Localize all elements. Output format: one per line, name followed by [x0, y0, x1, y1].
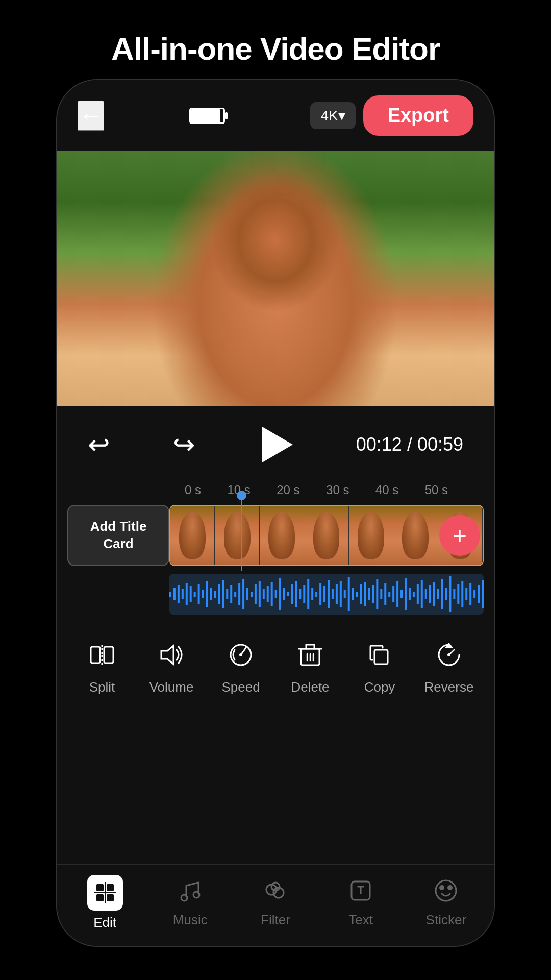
- svg-rect-22: [259, 581, 261, 607]
- tool-speed[interactable]: Speed: [215, 641, 266, 695]
- svg-rect-42: [340, 581, 342, 607]
- svg-rect-18: [242, 579, 244, 609]
- ruler-mark-0: 0 s: [185, 483, 201, 497]
- svg-rect-72: [461, 581, 463, 607]
- edit-tools: Split Volume Sp: [57, 625, 494, 705]
- nav-music[interactable]: Music: [155, 877, 226, 928]
- svg-rect-35: [311, 588, 313, 600]
- text-icon: T: [347, 877, 374, 908]
- svg-rect-4: [186, 583, 188, 605]
- svg-rect-75: [473, 590, 475, 598]
- tool-volume[interactable]: Volume: [146, 641, 197, 695]
- video-frame-3: [260, 506, 304, 565]
- svg-rect-54: [388, 592, 390, 597]
- svg-rect-61: [417, 584, 419, 604]
- svg-rect-13: [222, 580, 224, 608]
- svg-rect-60: [413, 592, 415, 597]
- music-icon: [177, 877, 204, 908]
- nav-sticker-label: Sticker: [426, 912, 466, 928]
- svg-rect-100: [107, 894, 114, 901]
- tool-split[interactable]: Split: [77, 641, 128, 695]
- svg-rect-57: [400, 590, 403, 598]
- svg-rect-70: [453, 589, 455, 599]
- svg-rect-2: [178, 585, 180, 603]
- video-frame-6: [393, 506, 438, 565]
- tool-reverse[interactable]: Reverse: [423, 641, 474, 695]
- video-strip[interactable]: +: [169, 505, 484, 566]
- ruler-mark-4: 40 s: [375, 483, 398, 497]
- add-clip-button[interactable]: +: [439, 515, 480, 556]
- svg-rect-63: [425, 589, 427, 599]
- timeline-track: Add TitleCard +: [67, 502, 484, 569]
- svg-point-111: [439, 885, 444, 890]
- video-preview[interactable]: [57, 151, 494, 406]
- svg-rect-25: [271, 582, 273, 606]
- nav-sticker[interactable]: Sticker: [410, 877, 482, 928]
- svg-rect-74: [469, 583, 471, 605]
- timeline-ruler: 0 s 10 s 20 s 30 s 40 s 50 s: [67, 478, 484, 502]
- svg-rect-9: [206, 581, 208, 607]
- resolution-button[interactable]: 4K▾: [310, 102, 355, 129]
- svg-rect-99: [96, 894, 104, 901]
- svg-rect-64: [429, 585, 431, 603]
- svg-rect-67: [441, 579, 443, 609]
- time-separator: /: [402, 434, 417, 455]
- reverse-label: Reverse: [424, 679, 474, 695]
- svg-rect-5: [190, 586, 192, 602]
- svg-rect-0: [169, 592, 171, 597]
- svg-rect-47: [360, 584, 362, 604]
- svg-rect-20: [251, 592, 253, 597]
- svg-rect-6: [194, 592, 196, 597]
- svg-point-104: [193, 892, 199, 898]
- svg-rect-1: [173, 588, 176, 600]
- nav-filter[interactable]: Filter: [240, 877, 311, 928]
- split-label: Split: [89, 679, 115, 695]
- redo-button[interactable]: ↪: [173, 429, 195, 460]
- video-frame-1: [170, 506, 215, 565]
- tool-copy[interactable]: Copy: [354, 641, 405, 695]
- svg-rect-21: [255, 584, 257, 604]
- export-button[interactable]: Export: [363, 95, 473, 136]
- svg-rect-78: [91, 647, 100, 663]
- svg-rect-73: [465, 588, 467, 600]
- svg-rect-14: [226, 589, 228, 599]
- svg-rect-46: [356, 592, 358, 597]
- nav-edit-label: Edit: [93, 915, 116, 930]
- battery-rect: [189, 108, 225, 124]
- nav-text[interactable]: T Text: [325, 877, 396, 928]
- play-button[interactable]: [258, 427, 293, 462]
- svg-rect-15: [230, 585, 232, 603]
- svg-rect-62: [421, 580, 423, 608]
- back-button[interactable]: ←: [78, 101, 104, 131]
- playhead: [241, 495, 242, 571]
- reverse-icon: [435, 641, 463, 673]
- svg-rect-36: [315, 592, 317, 597]
- svg-rect-53: [384, 583, 386, 605]
- svg-rect-19: [246, 588, 248, 600]
- battery-icon: [189, 108, 225, 124]
- svg-rect-38: [323, 586, 325, 602]
- svg-marker-81: [161, 646, 173, 664]
- nav-music-label: Music: [173, 912, 208, 928]
- controls-row: ↩ ↪ 00:12 / 00:59: [57, 411, 494, 478]
- time-display: 00:12 / 00:59: [356, 434, 463, 455]
- svg-rect-65: [433, 582, 435, 606]
- svg-rect-37: [319, 583, 321, 605]
- time-current: 00:12: [356, 434, 402, 455]
- svg-rect-55: [392, 586, 394, 602]
- svg-rect-44: [348, 577, 350, 611]
- nav-text-label: Text: [348, 912, 373, 928]
- undo-button[interactable]: ↩: [88, 429, 110, 460]
- tool-delete[interactable]: Delete: [285, 641, 336, 695]
- svg-rect-59: [409, 588, 411, 600]
- nav-edit[interactable]: Edit: [69, 875, 141, 930]
- svg-rect-32: [299, 589, 301, 599]
- add-title-card-button[interactable]: Add TitleCard: [67, 505, 169, 566]
- svg-rect-10: [210, 588, 212, 600]
- speed-label: Speed: [221, 679, 260, 695]
- top-bar: ← 4K▾ Export: [57, 80, 494, 146]
- svg-point-103: [181, 895, 187, 901]
- svg-rect-17: [238, 583, 240, 605]
- svg-rect-77: [482, 580, 484, 608]
- svg-line-84: [241, 648, 246, 655]
